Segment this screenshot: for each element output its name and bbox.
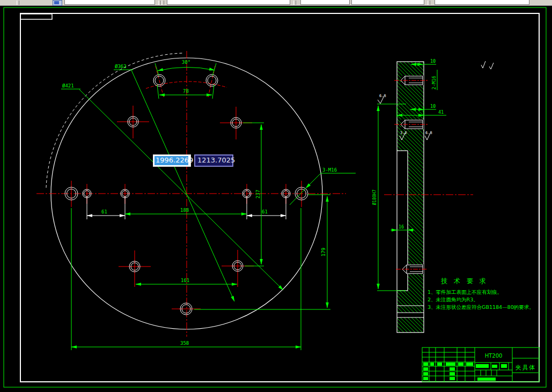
plate-dashed-arc <box>46 53 184 188</box>
dim-237: 237 <box>243 123 264 266</box>
svg-text:10: 10 <box>430 58 436 64</box>
svg-text:161: 161 <box>181 278 189 283</box>
dynamic-input-x-value: 1996.2269 <box>154 156 188 165</box>
dim-188: 188 <box>125 208 247 214</box>
dim-61-left: 61 <box>87 197 125 219</box>
svg-text:188: 188 <box>180 208 189 213</box>
svg-text:61: 61 <box>101 209 107 215</box>
dim-78: 78 <box>157 85 214 99</box>
roughness-icon: 6.3 <box>425 131 432 140</box>
svg-text:61: 61 <box>262 209 268 215</box>
title-block: HT200 夹具体 <box>422 347 539 382</box>
label-3-M16: 3-M16 <box>290 167 356 205</box>
cad-drawing-canvas[interactable]: 30° 78 Ø363 Ø421 61 61 <box>0 0 552 392</box>
tech-requirement-item: 2、未注圆角均为R3。 <box>428 297 479 302</box>
dynamic-input-y-value: 1213.7025 <box>197 156 235 164</box>
label-2-M16: 2-M16 <box>431 70 437 90</box>
dynamic-input-y-field[interactable]: 1213.7025 <box>194 154 233 167</box>
svg-text:6.3: 6.3 <box>379 94 386 98</box>
svg-text:358: 358 <box>180 341 189 346</box>
svg-text:41: 41 <box>438 109 444 115</box>
roughness-icon: 6.3 <box>378 94 386 103</box>
surface-roughness-rest-icon <box>481 61 494 69</box>
centerlines <box>36 51 346 337</box>
svg-text:78: 78 <box>183 88 189 94</box>
svg-text:3.2: 3.2 <box>400 131 407 135</box>
roughness-symbols: 6.3 3.2 6.3 <box>378 61 494 140</box>
tech-requirement-item: 3、未注形状公差应符合GB1184—80的要求。 <box>428 304 534 310</box>
sheet-frame <box>20 13 539 382</box>
svg-text:237: 237 <box>255 190 261 198</box>
svg-text:Ø421: Ø421 <box>62 83 74 88</box>
front-view: 30° 78 Ø363 Ø421 61 61 <box>36 51 356 350</box>
dim-angle-30: 30° <box>155 60 216 76</box>
svg-text:10: 10 <box>430 103 436 109</box>
tech-requirements-title: 技 术 要 求 <box>440 277 488 285</box>
dynamic-input-x-field[interactable]: 1996.2269 <box>153 154 191 167</box>
svg-text:2-M16: 2-M16 <box>431 76 437 90</box>
dim-61-right: 61 <box>247 197 286 219</box>
svg-text:16: 16 <box>399 224 404 230</box>
svg-text:179: 179 <box>321 248 326 256</box>
svg-text:30°: 30° <box>182 60 190 65</box>
material-field: HT200 <box>485 353 503 359</box>
part-name-field: 夹具体 <box>516 364 536 371</box>
svg-text:Ø363: Ø363 <box>115 64 127 69</box>
label-outer-dia: Ø421 <box>61 83 283 290</box>
svg-text:3-M16: 3-M16 <box>322 167 337 173</box>
svg-text:Ø180H7: Ø180H7 <box>372 189 377 205</box>
tech-requirement-item: 1、零件加工表面上不应有划痕。 <box>428 289 502 295</box>
tech-requirements: 技 术 要 求 1、零件加工表面上不应有划痕。 2、未注圆角均为R3。 3、未注… <box>428 277 534 310</box>
svg-text:6.3: 6.3 <box>425 131 432 135</box>
